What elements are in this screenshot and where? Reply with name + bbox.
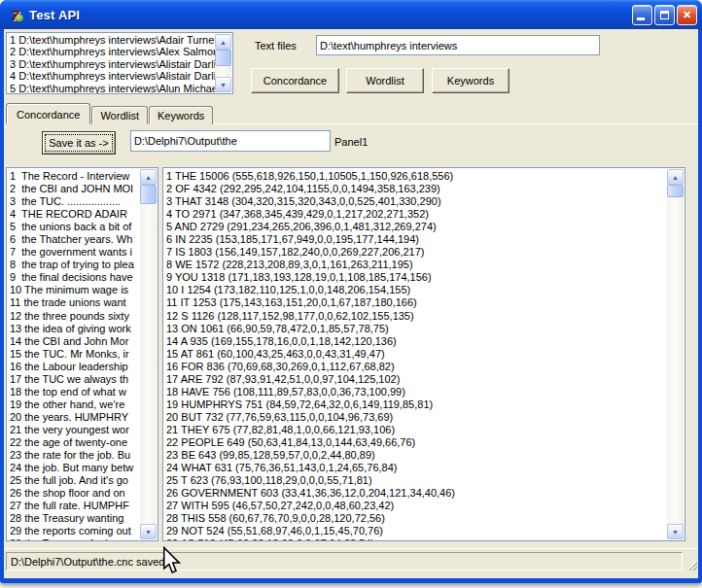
concordance-line[interactable]: 12 the three pounds sixty [10, 310, 140, 323]
wordlist-line[interactable]: 29 NOT 524 (55,51,68,97,46,0,1,15,45,70,… [166, 525, 667, 537]
wordlist-line[interactable]: 21 THEY 675 (77,82,81,48,1,0,0,66,121,93… [166, 424, 667, 436]
concordance-line[interactable]: 2 the CBI and JOHN MOI [10, 183, 140, 195]
concordance-line[interactable]: 22 the age of twenty-one [10, 436, 140, 449]
concordance-scrollbar[interactable]: ▲ ▼ [140, 169, 157, 539]
scroll-up-icon[interactable]: ▲ [215, 34, 231, 50]
wordlist-line[interactable]: 30 AS 519 (45,60,88,18,93,0,0,67,64,38,5… [166, 537, 667, 540]
close-button[interactable]: ✕ [677, 5, 697, 25]
wordlist-line[interactable]: 2 OF 4342 (292,295,242,104,1155,0,0,1494… [166, 183, 667, 195]
wordlist-line[interactable]: 18 HAVE 756 (108,111,89,57,83,0,0,36,73,… [166, 386, 667, 398]
concordance-line[interactable]: 11 the trade unions want [10, 296, 140, 309]
file-list-item[interactable]: 3 D:\text\humphreys interviews\Alistair … [10, 58, 215, 70]
scroll-up-icon[interactable]: ▲ [667, 169, 684, 185]
wordlist-line[interactable]: 24 WHAT 631 (75,76,36,51,143,0,1,24,65,7… [166, 462, 667, 474]
wordlist-line[interactable]: 5 AND 2729 (291,234,265,206,396,0,1,481,… [166, 221, 667, 233]
resize-grip-icon[interactable] [684, 558, 697, 571]
concordance-line[interactable]: 15 the TUC. Mr Monks, ir [10, 348, 140, 361]
save-as-button[interactable]: Save it as -> [42, 131, 116, 155]
concordance-line[interactable]: 3 the TUC. .................. [10, 195, 140, 208]
concordance-line[interactable]: 28 the Treasury wanting [10, 512, 140, 525]
text-files-listbox[interactable]: 1 D:\text\humphreys interviews\Adair Tur… [6, 32, 233, 94]
concordance-line[interactable]: 4 THE RECORD ADAIR [10, 208, 140, 221]
concordance-line[interactable]: 9 the final decisions have [10, 271, 140, 284]
wordlist-scrollbar[interactable]: ▲ ▼ [667, 169, 684, 539]
wordlist-line[interactable]: 25 T 623 (76,93,100,118,29,0,0,0,55,71,8… [166, 474, 667, 487]
keywords-button[interactable]: Keywords [432, 68, 509, 93]
wordlist-button[interactable]: Wordlist [346, 68, 424, 93]
concordance-line[interactable]: 17 the TUC we always th [10, 373, 140, 386]
maximize-button[interactable] [654, 5, 675, 25]
concordance-line[interactable]: 25 the full job. And it's go [10, 474, 140, 487]
concordance-line[interactable]: 5 the unions back a bit of [10, 221, 140, 233]
concordance-line[interactable]: 7 the government wants i [10, 246, 140, 259]
title-bar[interactable]: 7 Test API ✕ [0, 0, 702, 29]
concordance-line[interactable]: 23 the rate for the job. Bu [10, 449, 140, 462]
concordance-line[interactable]: 14 the CBI and John Mor [10, 335, 140, 348]
scroll-down-icon[interactable]: ▼ [215, 77, 231, 92]
tab-concordance[interactable]: Concordance [6, 103, 90, 124]
wordlist-line[interactable]: 26 GOVERNMENT 603 (33,41,36,36,12,0,204,… [166, 487, 667, 500]
wordlist-line[interactable]: 8 WE 1572 (228,213,208,89,3,0,1,161,263,… [166, 259, 667, 271]
scroll-down-icon[interactable]: ▼ [140, 524, 157, 539]
concordance-rows: 1 The Record - Interview2 the CBI and JO… [8, 169, 140, 540]
wordlist-line[interactable]: 7 IS 1803 (156,149,157,182,240,0,0,269,2… [166, 246, 667, 259]
wordlist-listbox[interactable]: 1 THE 15006 (555,618,926,150,1,10505,1,1… [162, 167, 685, 541]
file-list-item[interactable]: 2 D:\text\humphreys interviews\Alex Salm… [10, 46, 215, 57]
concordance-line[interactable]: 30 the Treasury. And ser [10, 537, 140, 540]
window-bottom-border [0, 578, 702, 583]
tab-keywords[interactable]: Keywords [149, 106, 213, 124]
concordance-line[interactable]: 21 the very youngest wor [10, 424, 140, 436]
concordance-line[interactable]: 16 the Labour leadership [10, 361, 140, 373]
concordance-line[interactable]: 20 the years. HUMPHRY [10, 411, 140, 424]
wordlist-line[interactable]: 12 S 1126 (128,117,152,98,177,0,0,62,102… [166, 310, 667, 323]
concordance-line[interactable]: 29 the reports coming out [10, 525, 140, 537]
file-list-item[interactable]: 5 D:\text\humphreys interviews\Alun Mich… [10, 83, 215, 93]
wordlist-line[interactable]: 3 THAT 3148 (304,320,315,320,343,0,0,525… [166, 195, 667, 208]
wordlist-line[interactable]: 1 THE 15006 (555,618,926,150,1,10505,1,1… [166, 170, 667, 183]
concordance-line[interactable]: 27 the full rate. HUMPHF [10, 500, 140, 512]
concordance-line[interactable]: 18 the top end of what w [10, 386, 140, 398]
scrollbar-thumb[interactable] [215, 50, 231, 66]
wordlist-line[interactable]: 14 A 935 (169,155,178,16,0,0,1,18,142,12… [166, 335, 667, 348]
wordlist-line[interactable]: 20 BUT 732 (77,76,59,63,115,0,0,104,96,7… [166, 411, 667, 424]
concordance-line[interactable]: 26 the shop floor and on [10, 487, 140, 500]
wordlist-line[interactable]: 28 THIS 558 (60,67,76,70,9,0,0,28,120,72… [166, 512, 667, 525]
concordance-listbox[interactable]: 1 The Record - Interview2 the CBI and JO… [6, 167, 158, 541]
concordance-line[interactable]: 1 The Record - Interview [10, 170, 140, 183]
wordlist-line[interactable]: 4 TO 2971 (347,368,345,439,429,0,1,217,2… [166, 208, 667, 221]
screen: 7 Test API ✕ 1 D:\text\humphreys intervi… [0, 0, 702, 588]
concordance-line[interactable]: 10 The minimum wage is [10, 284, 140, 296]
wordlist-line[interactable]: 27 WITH 595 (46,57,50,27,242,0,0,48,60,2… [166, 500, 667, 512]
wordlist-line[interactable]: 19 HUMPHRYS 751 (84,59,72,64,32,0,6,149,… [166, 398, 667, 411]
text-files-input[interactable] [316, 35, 600, 55]
wordlist-line[interactable]: 6 IN 2235 (153,185,171,67,949,0,0,195,17… [166, 233, 667, 246]
wordlist-line[interactable]: 10 I 1254 (173,182,110,125,1,0,0,148,206… [166, 284, 667, 296]
wordlist-line[interactable]: 15 AT 861 (60,100,43,25,463,0,0,43,31,49… [166, 348, 667, 361]
scroll-up-icon[interactable]: ▲ [140, 169, 157, 185]
concordance-line[interactable]: 8 the trap of trying to plea [10, 259, 140, 271]
wordlist-line[interactable]: 22 PEOPLE 649 (50,63,41,84,13,0,144,63,4… [166, 436, 667, 449]
file-list-item[interactable]: 4 D:\text\humphreys interviews\Alistair … [10, 70, 215, 82]
concordance-line[interactable]: 13 the idea of giving work [10, 323, 140, 335]
scroll-down-icon[interactable]: ▼ [667, 524, 684, 539]
minimize-button[interactable] [632, 5, 652, 25]
concordance-button[interactable]: Concordance [251, 68, 339, 93]
save-path-input[interactable] [130, 130, 331, 152]
file-list-scrollbar[interactable]: ▲ ▼ [215, 34, 231, 92]
wordlist-line[interactable]: 13 ON 1061 (66,90,59,78,472,0,1,85,57,78… [166, 323, 667, 335]
concordance-line[interactable]: 6 the Thatcher years. Wh [10, 233, 140, 246]
scrollbar-thumb[interactable] [140, 185, 157, 204]
wordlist-line[interactable]: 17 ARE 792 (87,93,91,42,51,0,0,97,104,12… [166, 373, 667, 386]
wordlist-line[interactable]: 9 YOU 1318 (171,183,193,128,19,0,1,108,1… [166, 271, 667, 284]
app-window: 7 Test API ✕ 1 D:\text\humphreys intervi… [0, 0, 702, 583]
file-list-item[interactable]: 1 D:\text\humphreys interviews\Adair Tur… [10, 34, 215, 46]
wordlist-line[interactable]: 23 BE 643 (99,85,128,59,57,0,0,2,44,80,8… [166, 449, 667, 462]
status-bar: D:\Delphi7\Output\the.cnc saved [4, 548, 698, 572]
scrollbar-thumb[interactable] [667, 185, 684, 197]
close-icon: ✕ [683, 10, 691, 20]
concordance-line[interactable]: 19 the other hand, we're [10, 398, 140, 411]
wordlist-line[interactable]: 16 FOR 836 (70,69,68,30,269,0,1,112,67,6… [166, 361, 667, 373]
concordance-line[interactable]: 24 the job. But many betw [10, 462, 140, 474]
wordlist-line[interactable]: 11 IT 1253 (175,143,163,151,20,0,1,67,18… [166, 296, 667, 309]
tab-wordlist[interactable]: Wordlist [91, 106, 148, 124]
